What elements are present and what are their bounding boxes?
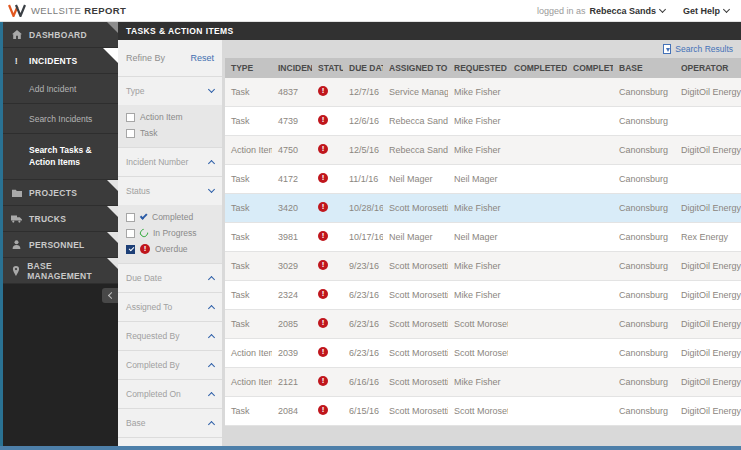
table-row[interactable]: Action Item 2039 6/23/16 Scott Morosetti… (225, 339, 741, 368)
overdue-status-icon (318, 144, 328, 154)
sidebar-collapse-button[interactable] (102, 288, 118, 303)
table-row[interactable]: Task 4739 12/6/16 Rebecca Sands Mike Fis… (225, 107, 741, 136)
sidebar-item-base-management[interactable]: BASE MANAGEMENT (3, 258, 118, 284)
cell-type: Task (225, 194, 272, 223)
search-results-export-link[interactable]: Search Results (663, 44, 733, 54)
cell-completed-by (508, 252, 567, 281)
overdue-status-icon (318, 289, 328, 299)
get-help-menu[interactable]: Get Help (683, 6, 729, 16)
filter-section-status[interactable]: Status (118, 176, 222, 205)
filter-option-completed[interactable]: Completed (126, 212, 214, 222)
cell-incident: 3029 (272, 252, 312, 281)
cell-due-date: 11/1/16 (343, 165, 383, 194)
table-row[interactable]: Task 3981 10/17/16 Neil Mager Neil Mager… (225, 223, 741, 252)
checkbox[interactable] (126, 213, 135, 222)
table-row[interactable]: Task 2084 6/15/16 Scott Morosetti Scott … (225, 397, 741, 426)
chevron-up-icon (208, 159, 215, 166)
cell-due-date: 12/7/16 (343, 78, 383, 107)
sidebar-item-search-tasks-action-items[interactable]: Search Tasks & Action Items (3, 134, 118, 180)
overdue-status-icon (318, 260, 328, 270)
filter-option-action-item[interactable]: Action Item (126, 112, 214, 122)
col-due-date[interactable]: DUE DATE (343, 58, 383, 78)
cell-completed-on (567, 368, 613, 397)
filter-section-completed-on[interactable]: Completed On (118, 379, 222, 408)
cell-due-date: 10/17/16 (343, 223, 383, 252)
col-status[interactable]: STATUS (312, 58, 343, 78)
cell-completed-on (567, 252, 613, 281)
col-incident[interactable]: INCIDENT (272, 58, 312, 78)
filter-option-overdue[interactable]: Overdue (126, 244, 214, 254)
cell-due-date: 6/16/16 (343, 368, 383, 397)
filter-section-assigned-to[interactable]: Assigned To (118, 292, 222, 321)
overdue-status-icon (318, 173, 328, 183)
cell-base: Canonsburg (613, 397, 675, 426)
cell-due-date: 12/5/16 (343, 136, 383, 165)
cell-type: Action Item (225, 368, 272, 397)
table-row[interactable]: Task 3029 9/23/16 Scott Morosetti Mike F… (225, 252, 741, 281)
table-row[interactable]: Task 3420 10/28/16 Scott Morosetti Mike … (225, 194, 741, 223)
refine-by-panel: Refine By Reset Type Action Item Task (118, 40, 222, 450)
cell-completed-by (508, 310, 567, 339)
fold-corner (107, 258, 118, 269)
reset-filters-link[interactable]: Reset (190, 53, 214, 63)
filter-section-base[interactable]: Base (118, 408, 222, 437)
col-base[interactable]: BASE (613, 58, 675, 78)
page-title: TASKS & ACTION ITEMS (126, 26, 234, 36)
cell-completed-by (508, 281, 567, 310)
checkbox[interactable] (126, 113, 135, 122)
cell-due-date: 9/23/16 (343, 252, 383, 281)
sidebar-item-projects[interactable]: PROJECTS (3, 180, 118, 206)
filter-section-due-date[interactable]: Due Date (118, 263, 222, 292)
cell-incident: 2324 (272, 281, 312, 310)
filter-section-type[interactable]: Type (118, 76, 222, 105)
fold-corner (107, 180, 118, 191)
table-row[interactable]: Task 2324 6/23/16 Scott Morosetti Mike F… (225, 281, 741, 310)
table-row[interactable]: Task 2085 6/23/16 Scott Morosetti Scott … (225, 310, 741, 339)
cell-requested-by: Scott Morosetti (448, 339, 508, 368)
filter-option-task[interactable]: Task (126, 128, 214, 138)
overdue-status-icon (318, 347, 328, 357)
overdue-status-icon (318, 202, 328, 212)
checkbox[interactable] (126, 129, 135, 138)
checkbox[interactable] (126, 245, 135, 254)
cell-completed-by (508, 223, 567, 252)
sidebar-item-search-incidents[interactable]: Search Incidents (3, 104, 118, 134)
checkbox[interactable] (126, 229, 135, 238)
col-type[interactable]: TYPE (225, 58, 272, 78)
col-operator[interactable]: OPERATOR (675, 58, 741, 78)
in-progress-icon (138, 227, 149, 238)
cell-assigned-to: Rebecca Sands (383, 136, 448, 165)
col-assigned-to[interactable]: ASSIGNED TO (383, 58, 448, 78)
sidebar-item-trucks[interactable]: TRUCKS (3, 206, 118, 232)
table-row[interactable]: Action Item 4750 12/5/16 Rebecca Sands M… (225, 136, 741, 165)
sidebar-item-dashboard[interactable]: DASHBOARD (3, 22, 118, 48)
cell-base: Canonsburg (613, 136, 675, 165)
cell-base: Canonsburg (613, 310, 675, 339)
col-completed-by[interactable]: COMPLETED BY (508, 58, 567, 78)
cell-completed-by (508, 194, 567, 223)
cell-completed-by (508, 368, 567, 397)
user-menu[interactable]: logged in as Rebecca Sands (537, 6, 665, 16)
sidebar-item-personnel[interactable]: PERSONNEL (3, 232, 118, 258)
cell-type: Task (225, 252, 272, 281)
cell-assigned-to: Rebecca Sands (383, 107, 448, 136)
filter-section-requested-by[interactable]: Requested By (118, 321, 222, 350)
sidebar-item-incidents[interactable]: ! INCIDENTS (3, 48, 118, 74)
table-row[interactable]: Action Item 2121 6/16/16 Scott Morosetti… (225, 368, 741, 397)
cell-completed-by (508, 136, 567, 165)
type-options: Action Item Task (118, 105, 222, 147)
brand-name: WELLSITE REPORT (31, 5, 126, 16)
filter-option-in-progress[interactable]: In Progress (126, 228, 214, 238)
col-completed-on[interactable]: COMPLETED ON (567, 58, 613, 78)
overdue-status-icon (318, 318, 328, 328)
cell-requested-by: Mike Fisher (448, 252, 508, 281)
table-row[interactable]: Task 4172 11/1/16 Neil Mager Neil Mager … (225, 165, 741, 194)
cell-completed-on (567, 78, 613, 107)
cell-base: Canonsburg (613, 165, 675, 194)
sidebar-item-add-incident[interactable]: Add Incident (3, 74, 118, 104)
col-requested-by[interactable]: REQUESTED BY (448, 58, 508, 78)
filter-section-incident-number[interactable]: Incident Number (118, 147, 222, 176)
chevron-up-icon (208, 391, 215, 398)
table-row[interactable]: Task 4837 12/7/16 Service Manager Mike F… (225, 78, 741, 107)
filter-section-completed-by[interactable]: Completed By (118, 350, 222, 379)
